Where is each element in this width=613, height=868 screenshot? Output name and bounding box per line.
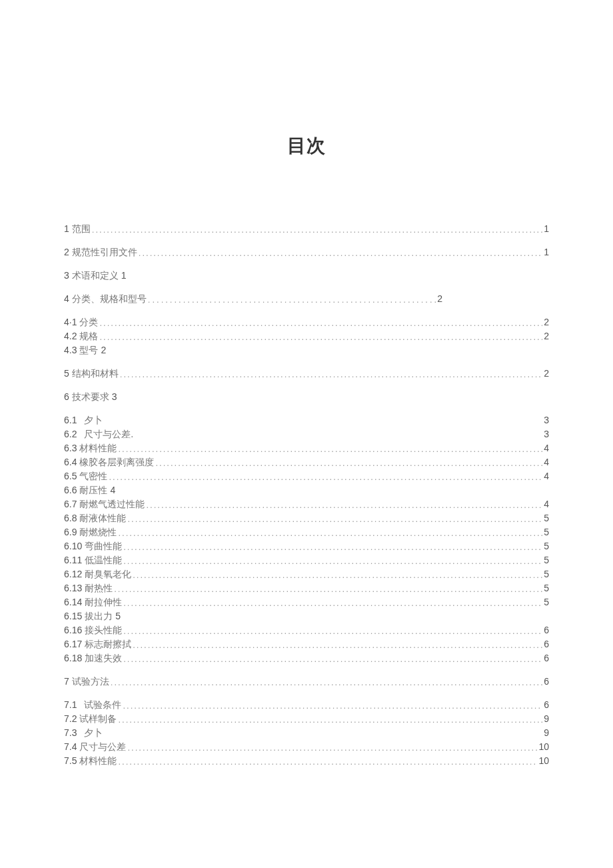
toc-entry-page: 5 [544, 568, 549, 581]
toc-entry: 6.14耐拉伸性5 [64, 595, 549, 609]
toc-entry-page: 10 [538, 741, 549, 754]
toc-entry: 6.4橡胶各层剥离强度4 [64, 455, 549, 469]
toc-leader-dots [109, 471, 542, 483]
toc-entry: 6.18加速失效6 [64, 651, 549, 665]
toc-entry-number: 6.11 [64, 554, 82, 567]
toc-leader-dots [133, 569, 542, 581]
toc-leader-dots [146, 499, 542, 511]
toc-entry: 6.16接头性能6 [64, 623, 549, 637]
toc-entry-label: 规格 [79, 330, 98, 343]
toc-entry-label: 加速失效 [85, 652, 122, 665]
toc-entry-label: 技术要求 [72, 391, 109, 404]
toc-entry-number: 6.16 [64, 624, 82, 637]
toc-leader-dots [133, 639, 542, 651]
toc-entry-number: 5 [64, 367, 69, 381]
document-page: 目次 1范围12规范性引用文件13术语和定义14分类、规格和型号24·1分类24… [0, 0, 613, 868]
toc-entry: 4.2规格2 [64, 329, 549, 343]
toc-entry: 6.2 尺寸与公差.3 [64, 427, 549, 441]
toc-entry-label: 耐拉伸性 [85, 596, 122, 609]
toc-entry: 6.6耐压性4 [64, 483, 549, 497]
toc-leader-dots [148, 294, 436, 306]
toc-entry-number: 7.3 [64, 727, 77, 740]
toc-entry-page: 5 [544, 554, 549, 567]
toc-entry: 5结构和材料2 [64, 367, 549, 381]
toc-entry: 4.3型号2 [64, 343, 549, 357]
toc-entry-page: 4 [544, 470, 549, 483]
toc-entry: 6.17标志耐擦拭6 [64, 637, 549, 651]
toc-entry-label: 结构和材料 [72, 367, 119, 381]
toc-leader-dots [118, 714, 542, 726]
toc-entry-label: 耐热性 [85, 582, 113, 595]
toc-leader-dots [123, 700, 542, 712]
toc-entry-label: 拔出力 [85, 610, 113, 623]
toc-entry-number: 7.2 [64, 713, 77, 726]
toc-entry-page: 1 [121, 269, 127, 283]
toc-entry: 6.5气密性4 [64, 469, 549, 483]
toc-entry: 6.1 夕卜3 [64, 413, 549, 427]
toc-leader-dots [120, 369, 542, 381]
toc-entry-page: 6 [544, 675, 549, 689]
page-title: 目次 [64, 133, 549, 159]
toc-leader-dots [123, 625, 542, 637]
toc-entry-label: 橡胶各层剥离强度 [79, 456, 154, 469]
toc-entry-number: 7.4 [64, 741, 77, 754]
toc-entry: 4·1分类2 [64, 315, 549, 329]
toc-entry-label: 气密性 [79, 470, 107, 483]
toc-entry-label: 接头性能 [85, 624, 122, 637]
toc-entry-page: 5 [544, 540, 549, 553]
toc-entry: 7.5材料性能10 [64, 754, 549, 768]
toc-entry-number: 6.13 [64, 582, 82, 595]
toc-leader-dots [127, 513, 542, 525]
toc-entry-page: 4 [544, 442, 549, 455]
toc-entry: 2规范性引用文件1 [64, 245, 549, 259]
toc-entry: 6.3材料性能4 [64, 441, 549, 455]
toc-leader-dots [118, 443, 542, 455]
toc-entry-label: 术语和定义 [72, 269, 119, 283]
toc-entry: 7.1 试验条件6 [64, 698, 549, 712]
toc-entry-label: 耐臭氧老化 [85, 568, 131, 581]
toc-entry-number: 6.18 [64, 652, 82, 665]
toc-entry-label: 型号 [79, 344, 98, 357]
table-of-contents: 1范围12规范性引用文件13术语和定义14分类、规格和型号24·1分类24.2规… [64, 222, 549, 768]
toc-entry: 3术语和定义1 [64, 269, 549, 283]
toc-leader-dots [123, 597, 542, 609]
toc-entry: 4分类、规格和型号2 [64, 292, 549, 306]
toc-entry-number: 6.4 [64, 456, 77, 469]
toc-entry-label: 试验方法 [72, 675, 109, 689]
toc-entry: 6.11低温性能5 [64, 553, 549, 567]
toc-entry-page: 4 [544, 456, 549, 469]
toc-leader-dots [92, 224, 542, 236]
toc-entry-number: 6.1 [64, 414, 77, 427]
toc-entry-page: 5 [115, 610, 121, 623]
toc-entry-number: 7.1 [64, 699, 77, 712]
toc-entry-number: 4.2 [64, 330, 77, 343]
toc-entry-number: 6.6 [64, 484, 77, 497]
toc-entry-label: 范围 [72, 223, 91, 236]
toc-entry-label: 试样制备 [79, 713, 117, 726]
toc-entry-page: 2 [544, 316, 549, 329]
toc-leader-dots [123, 541, 542, 553]
toc-entry-number: 3 [64, 269, 69, 283]
toc-leader-dots [139, 247, 542, 259]
toc-entry-page: 3 [544, 428, 549, 441]
toc-entry-page: 6 [544, 699, 549, 712]
toc-entry: 6.15拔出力5 [64, 609, 549, 623]
toc-entry: 6技术要求3 [64, 390, 549, 404]
toc-entry: 6.10弯曲性能5 [64, 539, 549, 553]
toc-entry-number: 2 [64, 246, 69, 259]
toc-entry-number: 4.3 [64, 344, 77, 357]
toc-entry-page: 9 [544, 713, 549, 726]
toc-entry-page: 3 [544, 414, 549, 427]
toc-entry-page: 6 [544, 652, 549, 665]
toc-entry-number: 6.15 [64, 610, 82, 623]
toc-entry-number: 6.3 [64, 442, 77, 455]
toc-entry-label: 材料性能 [79, 755, 117, 768]
toc-entry-label: 耐液体性能 [79, 512, 126, 525]
toc-entry-number: 4 [64, 293, 69, 306]
toc-entry-page: 2 [101, 344, 106, 357]
toc-entry: 7.2试样制备9 [64, 712, 549, 726]
toc-leader-dots [155, 457, 542, 469]
toc-entry-label: 规范性引用文件 [72, 246, 137, 259]
toc-entry-page: 2 [544, 330, 549, 343]
toc-entry-page: 3 [112, 391, 117, 404]
